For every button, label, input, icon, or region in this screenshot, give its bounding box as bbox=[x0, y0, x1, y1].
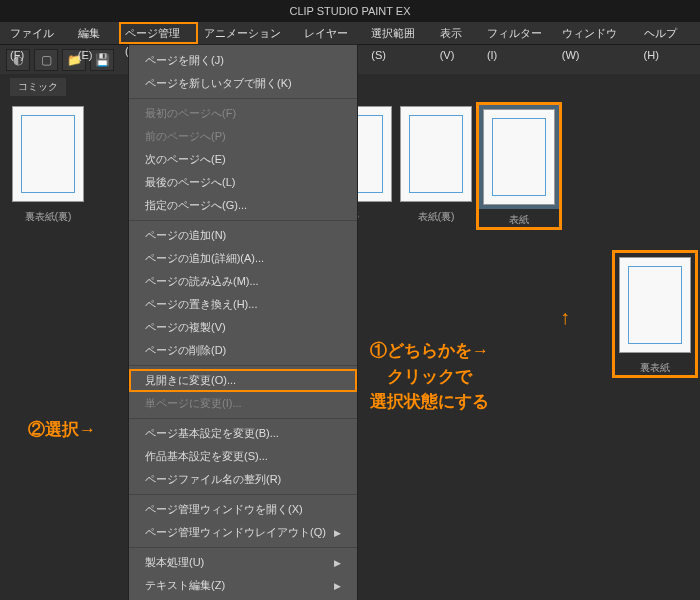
submenu-arrow-icon: ▶ bbox=[334, 581, 341, 591]
annotation-step-2: ②選択→ bbox=[28, 418, 96, 441]
dd-duplicate-page[interactable]: ページの複製(V) bbox=[129, 316, 357, 339]
submenu-arrow-icon: ▶ bbox=[334, 558, 341, 568]
dd-page-settings[interactable]: ページ基本設定を変更(B)... bbox=[129, 422, 357, 445]
dd-change-to-spread[interactable]: 見開きに変更(O)... bbox=[129, 369, 357, 392]
dd-replace-page[interactable]: ページの置き換え(H)... bbox=[129, 293, 357, 316]
dd-separator bbox=[129, 220, 357, 221]
document-tab[interactable]: コミック bbox=[10, 78, 66, 96]
thumb-col-1: 裏表紙(裏) bbox=[8, 102, 88, 230]
dd-open-page[interactable]: ページを開く(J) bbox=[129, 49, 357, 72]
menu-page-management[interactable]: ページ管理(P) bbox=[119, 22, 198, 44]
tool-save-icon[interactable]: 💾 bbox=[90, 49, 114, 71]
thumb-label: 表紙 bbox=[509, 213, 529, 227]
dd-separator bbox=[129, 547, 357, 548]
page-thumb-cover-reverse[interactable] bbox=[400, 106, 472, 202]
page-management-dropdown: ページを開く(J) ページを新しいタブで開く(K) 最初のページへ(F) 前のペ… bbox=[128, 44, 358, 600]
page-thumb-back-cover[interactable] bbox=[619, 257, 691, 353]
menu-filter[interactable]: フィルター(I) bbox=[481, 22, 556, 44]
dd-label: 製本処理(U) bbox=[145, 555, 204, 570]
menu-view[interactable]: 表示(V) bbox=[434, 22, 481, 44]
dd-separator bbox=[129, 98, 357, 99]
dd-binding[interactable]: 製本処理(U)▶ bbox=[129, 551, 357, 574]
dd-pm-layout[interactable]: ページ管理ウィンドウレイアウト(Q)▶ bbox=[129, 521, 357, 544]
annotation-arrow-up: ↑ bbox=[560, 306, 570, 329]
thumb-lower-highlighted: 裏表紙 bbox=[612, 250, 698, 378]
annotation-text: 選択状態にする bbox=[370, 392, 489, 411]
thumb-label: 裏表紙 bbox=[640, 361, 670, 375]
page-thumb-cover[interactable] bbox=[483, 109, 555, 205]
dd-open-pm-window[interactable]: ページ管理ウィンドウを開く(X) bbox=[129, 498, 357, 521]
menu-layer[interactable]: レイヤー(L) bbox=[298, 22, 365, 44]
dd-work-settings[interactable]: 作品基本設定を変更(S)... bbox=[129, 445, 357, 468]
submenu-arrow-icon: ▶ bbox=[334, 528, 341, 538]
annotation-step-1: ①どちらかを→ クリックで 選択状態にする bbox=[370, 338, 489, 415]
menu-file[interactable]: ファイル(F) bbox=[4, 22, 72, 44]
dd-next-page[interactable]: 次のページへ(E) bbox=[129, 148, 357, 171]
dd-goto-page[interactable]: 指定のページへ(G)... bbox=[129, 194, 357, 217]
menu-help[interactable]: ヘルプ(H) bbox=[638, 22, 696, 44]
dd-label: テキスト編集(Z) bbox=[145, 578, 225, 593]
thumb-label: 表紙(裏) bbox=[418, 210, 455, 224]
menu-bar: ファイル(F) 編集(E) ページ管理(P) アニメーション(A) レイヤー(L… bbox=[0, 22, 700, 44]
dd-rename-files[interactable]: ページファイル名の整列(R) bbox=[129, 468, 357, 491]
dd-last-page[interactable]: 最後のページへ(L) bbox=[129, 171, 357, 194]
annotation-text: ①どちらかを→ bbox=[370, 341, 489, 360]
dd-open-new-tab[interactable]: ページを新しいタブで開く(K) bbox=[129, 72, 357, 95]
page-thumb-back-cover-reverse[interactable] bbox=[12, 106, 84, 202]
thumb-col-5-highlighted: 表紙 bbox=[476, 102, 562, 230]
dd-separator bbox=[129, 418, 357, 419]
annotation-text: クリックで bbox=[387, 367, 472, 386]
tool-new-icon[interactable]: ▢ bbox=[34, 49, 58, 71]
dd-label: ページ管理ウィンドウレイアウト(Q) bbox=[145, 525, 326, 540]
thumb-label: 裏表紙(裏) bbox=[25, 210, 72, 224]
dd-text-edit[interactable]: テキスト編集(Z)▶ bbox=[129, 574, 357, 597]
menu-edit[interactable]: 編集(E) bbox=[72, 22, 119, 44]
dd-change-to-single: 単ページに変更(I)... bbox=[129, 392, 357, 415]
title-bar: CLIP STUDIO PAINT EX bbox=[0, 0, 700, 22]
dd-add-page[interactable]: ページの追加(N) bbox=[129, 224, 357, 247]
dd-prev-page: 前のページへ(P) bbox=[129, 125, 357, 148]
menu-window[interactable]: ウィンドウ(W) bbox=[556, 22, 638, 44]
dd-first-page: 最初のページへ(F) bbox=[129, 102, 357, 125]
menu-animation[interactable]: アニメーション(A) bbox=[198, 22, 298, 44]
dd-delete-page[interactable]: ページの削除(D) bbox=[129, 339, 357, 362]
dd-separator bbox=[129, 365, 357, 366]
dd-import-page[interactable]: ページの読み込み(M)... bbox=[129, 270, 357, 293]
thumb-col-4: 表紙(裏) bbox=[396, 102, 476, 230]
dd-add-page-detail[interactable]: ページの追加(詳細)(A)... bbox=[129, 247, 357, 270]
dd-separator bbox=[129, 494, 357, 495]
menu-selection[interactable]: 選択範囲(S) bbox=[365, 22, 433, 44]
